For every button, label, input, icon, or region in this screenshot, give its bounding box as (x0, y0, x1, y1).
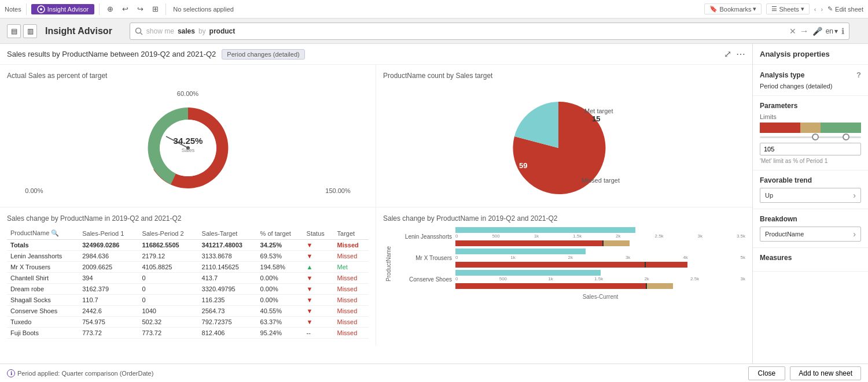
insight-icon (37, 5, 45, 13)
redo-icon[interactable]: ↪ (134, 3, 146, 15)
row-tgt: 792.72375 (198, 317, 257, 328)
left-panel-toggle[interactable]: ▤ (7, 24, 21, 38)
row-name: Lenin Jeansshorts (7, 251, 79, 262)
rp-limits-green (821, 123, 861, 133)
row-status: Missed (334, 295, 369, 306)
search-bar[interactable]: show me sales by product ✕ → 🎤 en ▾ ℹ (130, 23, 849, 40)
rp-slider[interactable] (760, 136, 861, 138)
zoom-icon[interactable]: ⊕ (104, 3, 116, 15)
toolbar-icons: ⊕ ↩ ↪ ⊞ (104, 3, 161, 15)
edit-sheet-button[interactable]: ✎ Edit sheet (827, 5, 863, 13)
rp-slider-track[interactable] (760, 136, 861, 138)
row-p2: 773.72 (138, 328, 198, 339)
undo-icon[interactable]: ↩ (119, 3, 131, 15)
main-layout: Sales results by ProductName between 201… (0, 44, 868, 364)
period-info-icon: ℹ (7, 369, 15, 377)
donut-chart-title: Actual Sales as percent of target (7, 72, 369, 80)
rp-breakdown-dropdown[interactable]: ProductName › (760, 227, 861, 242)
row-tgt: 2564.73 (198, 306, 257, 317)
col-search-icon[interactable]: 🔍 (51, 229, 59, 236)
bar-group-3: Conserve Shoes 05001k1.5k2k2.5k3k (392, 270, 745, 289)
results-header: Sales results by ProductName between 201… (0, 44, 752, 65)
bar-label-3: Conserve Shoes (392, 276, 455, 283)
nav-next-icon[interactable]: › (821, 6, 823, 13)
pie-chart-container: ProductName count by Sales target Met ta… (376, 65, 752, 207)
col-period2: Sales-Period 2 (138, 227, 198, 240)
row-p1: 2009.6625 (79, 262, 138, 273)
row-name: Mr X Trousers (7, 262, 79, 273)
row-pct: 0.00% (257, 295, 303, 306)
totals-status: Missed (334, 240, 369, 251)
bar-teal-3 (455, 270, 601, 276)
rp-favorable-label: Favorable trend (760, 176, 812, 184)
info-icon[interactable]: ℹ (841, 27, 844, 36)
selection-icon[interactable]: ⊞ (149, 3, 161, 15)
svg-text:15: 15 (592, 114, 600, 123)
right-panel-toggle[interactable]: ▥ (23, 24, 37, 38)
search-icon (135, 27, 143, 35)
help-icon[interactable]: ? (856, 71, 861, 79)
row-name: Dream robe (7, 284, 79, 295)
add-to-sheet-button[interactable]: Add to new sheet (790, 366, 861, 380)
row-tgt: 812.406 (198, 328, 257, 339)
row-trend: ▼ (303, 295, 334, 306)
language-selector[interactable]: en ▾ (826, 27, 838, 35)
table-row: Dream robe 3162.379 0 3320.49795 0.00% ▼… (7, 284, 369, 295)
col-target: Sales-Target (198, 227, 257, 240)
results-title: Sales results by ProductName between 201… (7, 50, 216, 58)
svg-text:34.25%: 34.25% (173, 136, 203, 146)
rp-header: Analysis properties (753, 44, 868, 65)
ia-title: Insight Advisor (45, 26, 112, 36)
bar-marker-2 (645, 262, 646, 268)
close-button[interactable]: Close (748, 366, 786, 380)
right-panel: Analysis properties Analysis type ? Peri… (752, 44, 868, 364)
bar-red-1 (455, 240, 630, 246)
bottom-bar: ℹ Period applied: Quarter comparison (Or… (0, 364, 868, 382)
rp-measures: Measures (753, 248, 868, 272)
rp-slider-thumb-right[interactable] (843, 133, 849, 140)
rp-analysis-type: Analysis type ? Period changes (detailed… (753, 65, 868, 96)
sheets-button[interactable]: ☰ Sheets ▾ (766, 3, 809, 14)
col-pct: % of target (257, 227, 303, 240)
row-p2: 0 (138, 273, 198, 284)
row-status: Missed (334, 328, 369, 339)
insight-advisor-tab[interactable]: Insight Advisor (31, 4, 95, 14)
rp-slider-thumb-left[interactable] (812, 133, 819, 140)
rp-limits-bar (760, 123, 861, 133)
expand-icon[interactable]: ⤢ (724, 49, 731, 60)
bar-chart-area: Lenin Jeansshorts 05001k1.5k2k2.5k3k3.5k (392, 227, 745, 300)
row-pct: 0.00% (257, 273, 303, 284)
svg-text:Met target: Met target (584, 107, 613, 114)
row-tgt: 413.7 (198, 273, 257, 284)
search-text-sales: sales (178, 27, 195, 35)
content-area: Sales results by ProductName between 201… (0, 44, 752, 364)
nav-prev-icon[interactable]: ‹ (814, 6, 816, 13)
more-options-icon[interactable]: ⋯ (736, 49, 745, 60)
row-p2: 2179.12 (138, 251, 198, 262)
row-p1: 110.7 (79, 295, 138, 306)
rp-limits-red (760, 123, 800, 133)
row-trend: ▲ (303, 262, 334, 273)
row-name: Chantell Shirt (7, 273, 79, 284)
bottom-actions: Close Add to new sheet (748, 366, 861, 380)
rp-favorable-dropdown[interactable]: Up › (760, 188, 861, 203)
totals-target: 341217.48003 (198, 240, 257, 251)
donut-label-left: 0.00% (25, 187, 43, 194)
edit-sheet-label: Edit sheet (835, 6, 863, 13)
search-clear-icon[interactable]: ✕ (789, 27, 796, 36)
microphone-icon[interactable]: 🎤 (812, 27, 822, 36)
row-p1: 773.72 (79, 328, 138, 339)
separator2 (99, 3, 100, 15)
donut-label-right: 150.00% (325, 187, 350, 194)
bar-label-2: Mr X Trousers (392, 255, 455, 261)
rp-breakdown-label: Breakdown (760, 215, 797, 223)
row-pct: 95.24% (257, 328, 303, 339)
bar-teal-2 (455, 249, 586, 254)
search-submit-icon[interactable]: → (800, 26, 809, 36)
rp-limits-input[interactable] (760, 143, 861, 155)
notes-label[interactable]: Notes (5, 6, 21, 13)
rp-favorable-value: Up (765, 192, 773, 199)
bookmarks-button[interactable]: 🔖 Bookmarks ▾ (704, 3, 762, 14)
bar-red-3 (455, 283, 673, 289)
pie-chart-title: ProductName count by Sales target (383, 72, 745, 80)
